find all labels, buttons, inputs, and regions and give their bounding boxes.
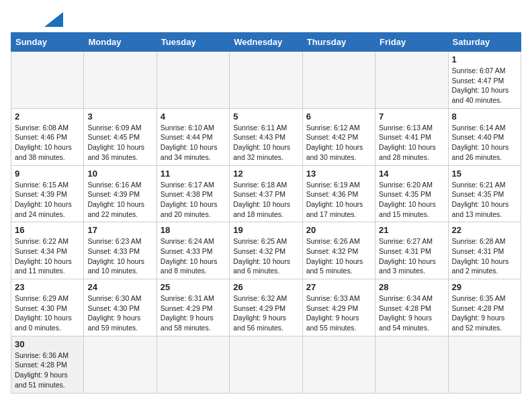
calendar-cell: 1Sunrise: 6:07 AM Sunset: 4:47 PM Daylig… (448, 52, 521, 109)
calendar-cell: 23Sunrise: 6:29 AM Sunset: 4:30 PM Dayli… (11, 279, 84, 336)
day-info: Sunrise: 6:19 AM Sunset: 4:36 PM Dayligh… (306, 180, 371, 220)
day-number: 17 (87, 225, 152, 235)
calendar-week-row: 9Sunrise: 6:15 AM Sunset: 4:39 PM Daylig… (11, 165, 521, 222)
day-info: Sunrise: 6:23 AM Sunset: 4:33 PM Dayligh… (87, 236, 152, 276)
calendar-cell: 20Sunrise: 6:26 AM Sunset: 4:32 PM Dayli… (302, 222, 375, 279)
calendar-week-row: 23Sunrise: 6:29 AM Sunset: 4:30 PM Dayli… (11, 279, 521, 336)
weekday-header-thursday: Thursday (302, 33, 375, 52)
day-number: 6 (306, 111, 371, 122)
calendar-cell (84, 52, 157, 109)
day-number: 8 (452, 111, 517, 122)
calendar-cell: 10Sunrise: 6:16 AM Sunset: 4:39 PM Dayli… (84, 165, 157, 222)
day-info: Sunrise: 6:14 AM Sunset: 4:40 PM Dayligh… (452, 123, 517, 163)
day-info: Sunrise: 6:26 AM Sunset: 4:32 PM Dayligh… (306, 236, 371, 276)
page-header (11, 11, 521, 27)
day-info: Sunrise: 6:09 AM Sunset: 4:45 PM Dayligh… (87, 123, 152, 163)
day-info: Sunrise: 6:18 AM Sunset: 4:37 PM Dayligh… (233, 180, 298, 220)
calendar-week-row: 16Sunrise: 6:22 AM Sunset: 4:34 PM Dayli… (11, 222, 521, 279)
day-number: 20 (306, 225, 371, 235)
calendar-cell: 15Sunrise: 6:21 AM Sunset: 4:35 PM Dayli… (448, 165, 521, 222)
weekday-header-monday: Monday (84, 33, 157, 52)
day-number: 12 (233, 169, 298, 179)
day-number: 5 (233, 111, 298, 122)
calendar-cell: 6Sunrise: 6:12 AM Sunset: 4:42 PM Daylig… (302, 108, 375, 165)
day-info: Sunrise: 6:10 AM Sunset: 4:44 PM Dayligh… (161, 123, 226, 163)
day-number: 30 (15, 339, 80, 349)
calendar-cell: 21Sunrise: 6:27 AM Sunset: 4:31 PM Dayli… (375, 222, 448, 279)
calendar-cell: 26Sunrise: 6:32 AM Sunset: 4:29 PM Dayli… (230, 279, 302, 336)
calendar-cell (302, 336, 375, 393)
day-number: 2 (15, 111, 80, 122)
day-info: Sunrise: 6:07 AM Sunset: 4:47 PM Dayligh… (452, 66, 517, 105)
day-info: Sunrise: 6:32 AM Sunset: 4:29 PM Dayligh… (233, 293, 298, 333)
weekday-header-wednesday: Wednesday (230, 33, 302, 52)
day-info: Sunrise: 6:27 AM Sunset: 4:31 PM Dayligh… (379, 236, 444, 276)
calendar-week-row: 30Sunrise: 6:36 AM Sunset: 4:28 PM Dayli… (11, 336, 521, 393)
calendar-cell: 7Sunrise: 6:13 AM Sunset: 4:41 PM Daylig… (375, 108, 448, 165)
day-number: 19 (233, 225, 298, 235)
weekday-header-row: SundayMondayTuesdayWednesdayThursdayFrid… (11, 33, 521, 52)
calendar-cell: 13Sunrise: 6:19 AM Sunset: 4:36 PM Dayli… (302, 165, 375, 222)
day-info: Sunrise: 6:30 AM Sunset: 4:30 PM Dayligh… (87, 293, 152, 333)
calendar-cell: 14Sunrise: 6:20 AM Sunset: 4:35 PM Dayli… (375, 165, 448, 222)
day-number: 21 (379, 225, 444, 235)
day-info: Sunrise: 6:36 AM Sunset: 4:28 PM Dayligh… (15, 351, 80, 390)
day-info: Sunrise: 6:11 AM Sunset: 4:43 PM Dayligh… (233, 123, 298, 163)
calendar-cell (230, 52, 302, 109)
day-info: Sunrise: 6:35 AM Sunset: 4:28 PM Dayligh… (452, 293, 517, 333)
day-info: Sunrise: 6:20 AM Sunset: 4:35 PM Dayligh… (379, 180, 444, 220)
day-number: 11 (161, 169, 226, 179)
day-info: Sunrise: 6:16 AM Sunset: 4:39 PM Dayligh… (87, 180, 152, 220)
calendar-cell: 5Sunrise: 6:11 AM Sunset: 4:43 PM Daylig… (230, 108, 302, 165)
day-number: 16 (15, 225, 80, 235)
calendar-cell: 3Sunrise: 6:09 AM Sunset: 4:45 PM Daylig… (84, 108, 157, 165)
calendar-week-row: 1Sunrise: 6:07 AM Sunset: 4:47 PM Daylig… (11, 52, 521, 109)
day-info: Sunrise: 6:29 AM Sunset: 4:30 PM Dayligh… (15, 293, 80, 333)
calendar-cell: 12Sunrise: 6:18 AM Sunset: 4:37 PM Dayli… (230, 165, 302, 222)
calendar-cell (157, 52, 229, 109)
calendar-cell: 17Sunrise: 6:23 AM Sunset: 4:33 PM Dayli… (84, 222, 157, 279)
calendar-cell (375, 52, 448, 109)
calendar-cell: 9Sunrise: 6:15 AM Sunset: 4:39 PM Daylig… (11, 165, 84, 222)
calendar-cell (448, 336, 521, 393)
calendar-cell: 25Sunrise: 6:31 AM Sunset: 4:29 PM Dayli… (157, 279, 229, 336)
day-info: Sunrise: 6:15 AM Sunset: 4:39 PM Dayligh… (15, 180, 80, 220)
day-info: Sunrise: 6:08 AM Sunset: 4:46 PM Dayligh… (15, 123, 80, 163)
day-number: 13 (306, 169, 371, 179)
calendar-cell: 30Sunrise: 6:36 AM Sunset: 4:28 PM Dayli… (11, 336, 84, 393)
calendar-table: SundayMondayTuesdayWednesdayThursdayFrid… (11, 32, 521, 394)
calendar-cell: 8Sunrise: 6:14 AM Sunset: 4:40 PM Daylig… (448, 108, 521, 165)
calendar-cell: 27Sunrise: 6:33 AM Sunset: 4:29 PM Dayli… (302, 279, 375, 336)
calendar-cell (230, 336, 302, 393)
day-info: Sunrise: 6:13 AM Sunset: 4:41 PM Dayligh… (379, 123, 444, 163)
calendar-cell: 19Sunrise: 6:25 AM Sunset: 4:32 PM Dayli… (230, 222, 302, 279)
day-number: 1 (452, 54, 517, 64)
day-number: 26 (233, 282, 298, 292)
calendar-cell (157, 336, 229, 393)
weekday-header-friday: Friday (375, 33, 448, 52)
calendar-cell: 18Sunrise: 6:24 AM Sunset: 4:33 PM Dayli… (157, 222, 229, 279)
weekday-header-sunday: Sunday (11, 33, 84, 52)
calendar-cell: 16Sunrise: 6:22 AM Sunset: 4:34 PM Dayli… (11, 222, 84, 279)
day-number: 28 (379, 282, 444, 292)
logo (11, 11, 63, 27)
day-info: Sunrise: 6:28 AM Sunset: 4:31 PM Dayligh… (452, 236, 517, 276)
calendar-cell: 28Sunrise: 6:34 AM Sunset: 4:28 PM Dayli… (375, 279, 448, 336)
day-info: Sunrise: 6:25 AM Sunset: 4:32 PM Dayligh… (233, 236, 298, 276)
calendar-week-row: 2Sunrise: 6:08 AM Sunset: 4:46 PM Daylig… (11, 108, 521, 165)
logo-triangle (44, 12, 63, 27)
calendar-cell (84, 336, 157, 393)
day-number: 10 (87, 169, 152, 179)
weekday-header-saturday: Saturday (448, 33, 521, 52)
day-number: 29 (452, 282, 517, 292)
calendar-cell: 24Sunrise: 6:30 AM Sunset: 4:30 PM Dayli… (84, 279, 157, 336)
day-number: 7 (379, 111, 444, 122)
calendar-cell (11, 52, 84, 109)
calendar-cell: 29Sunrise: 6:35 AM Sunset: 4:28 PM Dayli… (448, 279, 521, 336)
day-number: 22 (452, 225, 517, 235)
day-number: 23 (15, 282, 80, 292)
day-info: Sunrise: 6:22 AM Sunset: 4:34 PM Dayligh… (15, 236, 80, 276)
calendar-cell (302, 52, 375, 109)
day-number: 27 (306, 282, 371, 292)
calendar-cell: 22Sunrise: 6:28 AM Sunset: 4:31 PM Dayli… (448, 222, 521, 279)
